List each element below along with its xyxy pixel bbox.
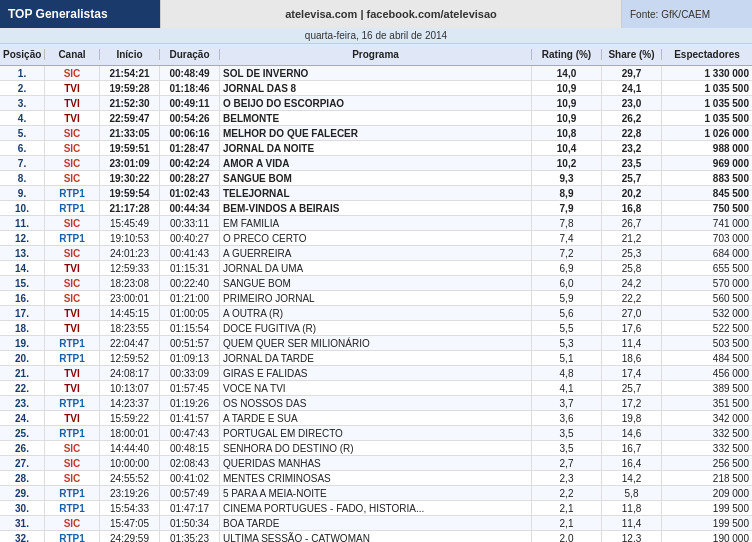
- cell-posicao: 12.: [0, 231, 45, 245]
- cell-rating: 2,7: [532, 456, 602, 470]
- cell-espectadores: 1 035 500: [662, 81, 752, 95]
- cell-canal: TVI: [45, 111, 100, 125]
- cell-share: 17,6: [602, 321, 662, 335]
- cell-rating: 4,8: [532, 366, 602, 380]
- cell-share: 29,7: [602, 66, 662, 80]
- cell-posicao: 7.: [0, 156, 45, 170]
- source-label: Fonte: GfK/CAEM: [630, 9, 710, 20]
- cell-inicio: 15:54:33: [100, 501, 160, 515]
- cell-share: 5,8: [602, 486, 662, 500]
- col-share: Share (%): [602, 49, 662, 60]
- cell-rating: 5,9: [532, 291, 602, 305]
- cell-inicio: 19:59:28: [100, 81, 160, 95]
- cell-inicio: 21:33:05: [100, 126, 160, 140]
- cell-programa: SENHORA DO DESTINO (R): [220, 441, 532, 455]
- cell-espectadores: 332 500: [662, 441, 752, 455]
- cell-duracao: 01:50:34: [160, 516, 220, 530]
- cell-share: 17,2: [602, 396, 662, 410]
- cell-espectadores: 199 500: [662, 501, 752, 515]
- cell-duracao: 01:09:13: [160, 351, 220, 365]
- cell-duracao: 00:28:27: [160, 171, 220, 185]
- table-row: 21. TVI 24:08:17 00:33:09 GIRAS E FALIDA…: [0, 366, 752, 381]
- cell-duracao: 01:57:45: [160, 381, 220, 395]
- cell-share: 19,8: [602, 411, 662, 425]
- table-row: 31. SIC 15:47:05 01:50:34 BOA TARDE 2,1 …: [0, 516, 752, 531]
- cell-espectadores: 750 500: [662, 201, 752, 215]
- cell-share: 11,4: [602, 336, 662, 350]
- cell-canal: TVI: [45, 81, 100, 95]
- cell-programa: QUERIDAS MANHAS: [220, 456, 532, 470]
- cell-rating: 5,3: [532, 336, 602, 350]
- cell-inicio: 22:59:47: [100, 111, 160, 125]
- title-block: TOP Generalistas: [0, 0, 160, 28]
- cell-rating: 6,0: [532, 276, 602, 290]
- table-row: 24. TVI 15:59:22 01:41:57 A TARDE E SUA …: [0, 411, 752, 426]
- table-row: 16. SIC 23:00:01 01:21:00 PRIMEIRO JORNA…: [0, 291, 752, 306]
- cell-espectadores: 532 000: [662, 306, 752, 320]
- cell-posicao: 4.: [0, 111, 45, 125]
- cell-rating: 7,9: [532, 201, 602, 215]
- cell-posicao: 8.: [0, 171, 45, 185]
- cell-rating: 9,3: [532, 171, 602, 185]
- cell-rating: 8,9: [532, 186, 602, 200]
- cell-rating: 5,6: [532, 306, 602, 320]
- cell-posicao: 28.: [0, 471, 45, 485]
- table-row: 2. TVI 19:59:28 01:18:46 JORNAL DAS 8 10…: [0, 81, 752, 96]
- cell-duracao: 01:02:43: [160, 186, 220, 200]
- cell-programa: PORTUGAL EM DIRECTO: [220, 426, 532, 440]
- cell-canal: RTP1: [45, 486, 100, 500]
- cell-posicao: 15.: [0, 276, 45, 290]
- cell-espectadores: 190 000: [662, 531, 752, 542]
- cell-duracao: 00:49:11: [160, 96, 220, 110]
- cell-canal: RTP1: [45, 351, 100, 365]
- cell-espectadores: 655 500: [662, 261, 752, 275]
- table-row: 10. RTP1 21:17:28 00:44:34 BEM-VINDOS A …: [0, 201, 752, 216]
- cell-espectadores: 199 500: [662, 516, 752, 530]
- cell-canal: RTP1: [45, 531, 100, 542]
- cell-programa: SANGUE BOM: [220, 171, 532, 185]
- col-programa: Programa: [220, 49, 532, 60]
- cell-inicio: 24:08:17: [100, 366, 160, 380]
- cell-posicao: 27.: [0, 456, 45, 470]
- col-inicio: Início: [100, 49, 160, 60]
- cell-share: 25,7: [602, 381, 662, 395]
- cell-duracao: 00:48:15: [160, 441, 220, 455]
- site-block: atelevisa.com | facebook.com/atelevisao: [160, 0, 622, 28]
- table-row: 25. RTP1 18:00:01 00:47:43 PORTUGAL EM D…: [0, 426, 752, 441]
- table-row: 6. SIC 19:59:51 01:28:47 JORNAL DA NOITE…: [0, 141, 752, 156]
- cell-programa: PRIMEIRO JORNAL: [220, 291, 532, 305]
- cell-rating: 2,1: [532, 516, 602, 530]
- cell-duracao: 02:08:43: [160, 456, 220, 470]
- cell-programa: O PRECO CERTO: [220, 231, 532, 245]
- cell-canal: TVI: [45, 411, 100, 425]
- cell-posicao: 21.: [0, 366, 45, 380]
- cell-rating: 3,5: [532, 441, 602, 455]
- cell-canal: SIC: [45, 216, 100, 230]
- cell-posicao: 25.: [0, 426, 45, 440]
- cell-inicio: 23:19:26: [100, 486, 160, 500]
- cell-rating: 5,5: [532, 321, 602, 335]
- cell-duracao: 00:22:40: [160, 276, 220, 290]
- cell-posicao: 17.: [0, 306, 45, 320]
- top-header: TOP Generalistas atelevisa.com | faceboo…: [0, 0, 752, 28]
- cell-programa: 5 PARA A MEIA-NOITE: [220, 486, 532, 500]
- col-canal[interactable]: Canal: [45, 49, 100, 60]
- cell-espectadores: 522 500: [662, 321, 752, 335]
- cell-programa: QUEM QUER SER MILIONÁRIO: [220, 336, 532, 350]
- cell-espectadores: 256 500: [662, 456, 752, 470]
- table-row: 12. RTP1 19:10:53 00:40:27 O PRECO CERTO…: [0, 231, 752, 246]
- cell-canal: SIC: [45, 291, 100, 305]
- cell-canal: TVI: [45, 321, 100, 335]
- cell-duracao: 01:19:26: [160, 396, 220, 410]
- cell-share: 24,2: [602, 276, 662, 290]
- cell-duracao: 00:57:49: [160, 486, 220, 500]
- cell-programa: SOL DE INVERNO: [220, 66, 532, 80]
- cell-inicio: 15:45:49: [100, 216, 160, 230]
- cell-share: 18,6: [602, 351, 662, 365]
- cell-inicio: 15:47:05: [100, 516, 160, 530]
- cell-duracao: 00:48:49: [160, 66, 220, 80]
- cell-share: 11,4: [602, 516, 662, 530]
- site-url: atelevisa.com | facebook.com/atelevisao: [285, 8, 497, 20]
- cell-canal: TVI: [45, 306, 100, 320]
- cell-inicio: 18:00:01: [100, 426, 160, 440]
